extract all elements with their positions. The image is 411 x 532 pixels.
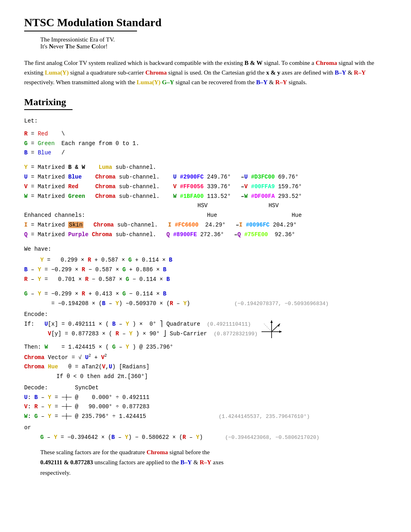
section-underline: [24, 109, 73, 110]
subtitle-line1: The Impressionistic Era of TV.: [40, 36, 387, 43]
matrixing-title: Matrixing: [24, 97, 387, 108]
svg-marker-5: [279, 330, 282, 333]
matrixing-content: Let: R = Red \ G = Green Each range from…: [24, 116, 387, 478]
subtitle-line2: It's Never The Same Color!: [40, 43, 387, 50]
intro-paragraph: The first analog Color TV system realize…: [24, 58, 387, 87]
subtitle-block: The Impressionistic Era of TV. It's Neve…: [40, 36, 387, 50]
svg-marker-4: [270, 320, 273, 323]
svg-marker-6: [278, 324, 280, 327]
title-underline: [24, 31, 137, 31]
main-title: NTSC Modulation Standard: [24, 16, 387, 29]
svg-line-3: [264, 324, 272, 332]
quadrature-diagram: [261, 320, 283, 339]
